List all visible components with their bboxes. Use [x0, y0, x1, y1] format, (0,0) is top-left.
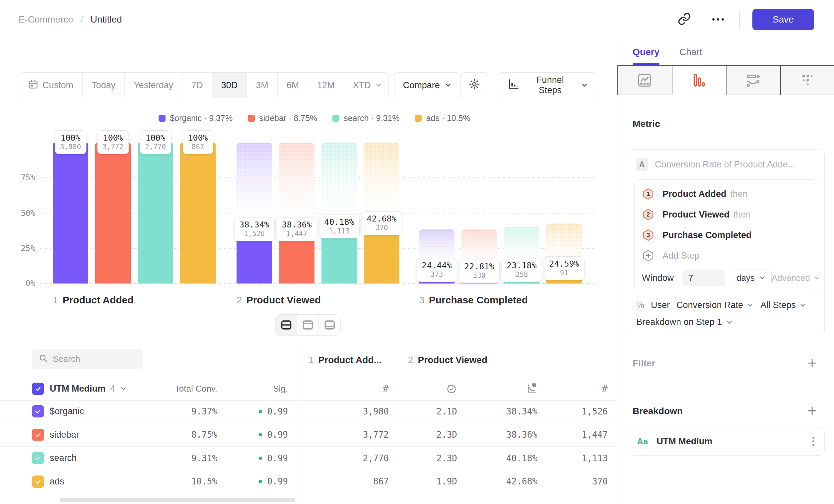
ellipsis-icon	[712, 18, 715, 21]
row-checkbox[interactable]	[32, 452, 44, 464]
group-by-label: UTM Medium	[50, 384, 106, 394]
svg-text:3: 3	[646, 231, 650, 238]
row-sig: 0.99	[267, 477, 288, 486]
metric-card: A Conversion Rate of Product Adde... 1Pr…	[627, 149, 825, 336]
step-name: Product Added	[63, 294, 134, 305]
step-hexagon-badge: 3	[642, 229, 655, 242]
funnel-bar[interactable]	[53, 143, 88, 283]
bar-pct: 100%	[188, 133, 208, 143]
check-icon	[34, 454, 42, 462]
advanced-toggle[interactable]: Advanced	[772, 273, 821, 283]
bar-pct: 24.59%	[549, 259, 579, 269]
row-checkbox[interactable]	[32, 429, 44, 441]
layout-split-button[interactable]	[276, 315, 297, 335]
breakdown-heading: Breakdown	[633, 406, 683, 416]
row-name[interactable]: search	[50, 453, 76, 463]
bar-value-label: 38.34%1,526	[234, 217, 275, 241]
chevron-down-icon	[746, 302, 754, 309]
y-axis-tick: 0%	[10, 279, 35, 288]
chart-type-funnel-tab[interactable]	[672, 65, 726, 95]
tab-chart[interactable]: Chart	[679, 39, 702, 65]
bar-count: 3,980	[60, 143, 81, 151]
conversion-column-icon[interactable]: %	[526, 383, 537, 394]
group-by-selector[interactable]: UTM Medium 4	[50, 378, 146, 399]
more-options-button[interactable]	[712, 18, 724, 21]
count-column-icon[interactable]: #	[382, 383, 389, 395]
bar-pct: 38.36%	[282, 220, 311, 229]
query-step-name: Purchase Completed	[662, 230, 752, 240]
row-step1-count: 3,772	[363, 430, 389, 440]
funnel-ghost-bar	[279, 143, 314, 229]
add-breakdown-button[interactable]	[806, 405, 819, 418]
query-step-row[interactable]: 3Purchase Completed	[642, 225, 809, 245]
chart-type-flow-tab[interactable]	[726, 65, 780, 95]
row-step2-count: 1,447	[582, 430, 608, 440]
breadcrumb-current[interactable]: Untitled	[91, 14, 122, 25]
horizontal-scrollbar[interactable]	[60, 498, 295, 502]
significance-dot	[259, 410, 262, 413]
select-all-checkbox[interactable]	[32, 383, 44, 395]
bar-pct: 100%	[103, 133, 124, 143]
row-name[interactable]: sidebar	[50, 430, 79, 440]
avg-time-column-icon[interactable]	[446, 383, 457, 394]
search-input[interactable]	[53, 354, 164, 364]
top-pane-icon	[302, 319, 314, 331]
layout-chart-only-button[interactable]	[297, 315, 319, 335]
save-button[interactable]: Save	[752, 9, 814, 30]
share-link-button[interactable]	[678, 12, 691, 26]
table-search	[32, 349, 142, 369]
bar-value-label: 23.18%258	[501, 258, 542, 282]
count-column-icon[interactable]: #	[601, 383, 608, 395]
layout-table-only-button[interactable]	[319, 315, 341, 335]
row-name[interactable]: ads	[50, 477, 64, 487]
measured-metric-select[interactable]: Conversion Rate	[676, 300, 754, 311]
breakdown-on-select[interactable]: Breakdown on Step 1	[634, 317, 817, 327]
search-icon	[39, 353, 48, 364]
window-unit-select[interactable]: days	[731, 270, 772, 286]
breakdown-property-label: UTM Medium	[657, 436, 712, 446]
query-step-row[interactable]: 2Product Viewed then	[642, 204, 809, 225]
add-step-button[interactable]: Add Step	[642, 245, 809, 266]
flow-icon	[745, 73, 761, 88]
measured-user[interactable]: User	[651, 300, 670, 311]
funnel-bar[interactable]	[95, 143, 131, 283]
tab-query[interactable]: Query	[633, 39, 659, 65]
breadcrumb-group[interactable]: E-Commerce	[19, 14, 73, 25]
row-total-conv: 9.37%	[192, 407, 217, 416]
row-step1-count: 3,980	[363, 407, 389, 416]
row-step2-time: 2.3D	[436, 430, 457, 440]
funnel-bar[interactable]	[138, 143, 173, 283]
funnel-bar[interactable]	[180, 143, 216, 283]
query-step-name: Product Viewed	[662, 210, 729, 220]
step-number: 1	[53, 294, 58, 305]
chevron-down-icon	[813, 274, 821, 281]
row-checkbox[interactable]	[32, 405, 44, 417]
property-type-badge: Aa	[637, 436, 648, 446]
total-conv-header[interactable]: Total Conv.	[175, 384, 217, 394]
panel-tabs: Query Chart	[617, 39, 834, 65]
funnel-ghost-bar	[237, 143, 272, 229]
step-number: 3	[419, 294, 425, 305]
kebab-menu-icon[interactable]	[812, 437, 814, 446]
window-value-input[interactable]	[682, 270, 725, 286]
toolbar-divider	[739, 10, 740, 29]
column-divider	[398, 345, 398, 504]
group-count: 4	[110, 384, 115, 394]
bar-count: 1,526	[239, 230, 269, 238]
row-checkbox[interactable]	[32, 476, 44, 488]
sig-header[interactable]: Sig.	[273, 384, 288, 394]
metric-formula[interactable]: A Conversion Rate of Product Adde...	[634, 158, 817, 171]
query-step-row[interactable]: 1Product Added then	[642, 184, 809, 204]
chart-type-line-tab[interactable]	[617, 65, 672, 95]
chart-type-matrix-tab[interactable]	[780, 65, 834, 95]
step-number: 2	[237, 294, 242, 305]
table-step1-header[interactable]: 1 Product Add...	[309, 353, 381, 367]
add-filter-button[interactable]	[806, 357, 819, 370]
breakdown-item[interactable]: Aa UTM Medium	[627, 427, 825, 456]
row-name[interactable]: $organic	[50, 406, 84, 416]
funnel-step-label: 1Product Added	[53, 294, 134, 306]
row-sig: 0.99	[267, 430, 288, 440]
table-step2-header[interactable]: 2 Product Viewed	[408, 353, 487, 367]
row-total-conv: 10.5%	[192, 477, 217, 486]
measured-steps-select[interactable]: All Steps	[760, 300, 807, 311]
